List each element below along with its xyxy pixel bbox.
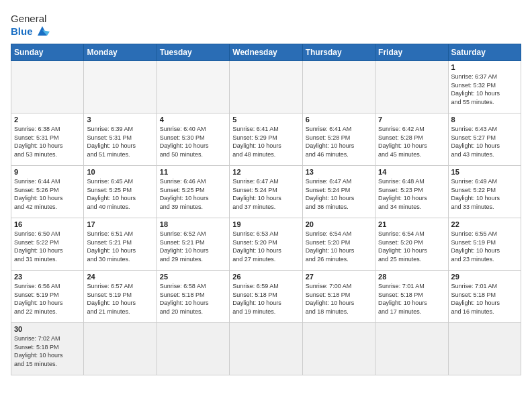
day-number: 16	[14, 220, 81, 228]
day-number: 19	[232, 220, 299, 228]
week-row-3: 16Sunrise: 6:50 AM Sunset: 5:22 PM Dayli…	[11, 218, 521, 271]
cell-info: Sunrise: 6:57 AM Sunset: 5:19 PM Dayligh…	[87, 282, 153, 316]
calendar-cell: 17Sunrise: 6:51 AM Sunset: 5:21 PM Dayli…	[84, 218, 157, 271]
header: General Blue	[11, 11, 521, 38]
calendar-cell	[84, 61, 157, 113]
day-number: 28	[378, 273, 445, 281]
day-number: 9	[14, 168, 81, 176]
cell-info: Sunrise: 6:38 AM Sunset: 5:31 PM Dayligh…	[14, 125, 81, 158]
calendar-cell: 26Sunrise: 6:59 AM Sunset: 5:18 PM Dayli…	[230, 271, 302, 323]
calendar-cell: 29Sunrise: 7:01 AM Sunset: 5:18 PM Dayli…	[448, 271, 521, 323]
cell-info: Sunrise: 6:43 AM Sunset: 5:27 PM Dayligh…	[451, 125, 518, 158]
calendar-cell: 8Sunrise: 6:43 AM Sunset: 5:27 PM Daylig…	[448, 113, 521, 166]
calendar-cell	[302, 61, 375, 113]
header-cell-wednesday: Wednesday	[230, 44, 302, 61]
day-number: 20	[306, 220, 372, 228]
day-number: 29	[451, 273, 518, 281]
cell-info: Sunrise: 6:46 AM Sunset: 5:25 PM Dayligh…	[160, 177, 226, 211]
calendar-cell: 21Sunrise: 6:54 AM Sunset: 5:20 PM Dayli…	[375, 218, 448, 271]
calendar-cell	[230, 61, 302, 113]
day-number: 10	[87, 168, 153, 176]
cell-info: Sunrise: 6:37 AM Sunset: 5:32 PM Dayligh…	[451, 73, 518, 106]
calendar-cell: 10Sunrise: 6:45 AM Sunset: 5:25 PM Dayli…	[84, 166, 157, 218]
day-number: 14	[378, 168, 445, 176]
cell-info: Sunrise: 6:39 AM Sunset: 5:31 PM Dayligh…	[87, 125, 153, 158]
calendar-cell: 4Sunrise: 6:40 AM Sunset: 5:30 PM Daylig…	[157, 113, 229, 166]
cell-info: Sunrise: 6:41 AM Sunset: 5:29 PM Dayligh…	[232, 125, 299, 158]
day-number: 22	[451, 220, 518, 228]
day-number: 1	[451, 63, 518, 71]
cell-info: Sunrise: 6:42 AM Sunset: 5:28 PM Dayligh…	[378, 125, 445, 158]
day-number: 13	[306, 168, 372, 176]
header-cell-monday: Monday	[84, 44, 157, 61]
calendar-cell: 7Sunrise: 6:42 AM Sunset: 5:28 PM Daylig…	[375, 113, 448, 166]
calendar-cell: 27Sunrise: 7:00 AM Sunset: 5:18 PM Dayli…	[302, 271, 375, 323]
cell-info: Sunrise: 7:01 AM Sunset: 5:18 PM Dayligh…	[378, 282, 445, 316]
calendar-cell	[84, 323, 157, 375]
calendar-cell: 24Sunrise: 6:57 AM Sunset: 5:19 PM Dayli…	[84, 271, 157, 323]
calendar-cell	[157, 61, 229, 113]
calendar-cell	[375, 61, 448, 113]
logo-icon	[35, 24, 50, 38]
calendar-cell: 1Sunrise: 6:37 AM Sunset: 5:32 PM Daylig…	[448, 61, 521, 113]
week-row-2: 9Sunrise: 6:44 AM Sunset: 5:26 PM Daylig…	[11, 166, 521, 218]
calendar-cell	[11, 61, 84, 113]
header-cell-tuesday: Tuesday	[157, 44, 229, 61]
day-number: 26	[232, 273, 299, 281]
day-number: 12	[232, 168, 299, 176]
page-container: General Blue SundayMondayTuesdayWednesda…	[11, 11, 521, 375]
calendar-cell: 22Sunrise: 6:55 AM Sunset: 5:19 PM Dayli…	[448, 218, 521, 271]
day-number: 2	[14, 116, 81, 124]
calendar-cell: 18Sunrise: 6:52 AM Sunset: 5:21 PM Dayli…	[157, 218, 229, 271]
cell-info: Sunrise: 6:59 AM Sunset: 5:18 PM Dayligh…	[232, 282, 299, 316]
cell-info: Sunrise: 6:47 AM Sunset: 5:24 PM Dayligh…	[232, 177, 299, 211]
week-row-4: 23Sunrise: 6:56 AM Sunset: 5:19 PM Dayli…	[11, 271, 521, 323]
calendar-cell	[375, 323, 448, 375]
calendar-cell	[302, 323, 375, 375]
day-number: 21	[378, 220, 445, 228]
cell-info: Sunrise: 7:00 AM Sunset: 5:18 PM Dayligh…	[306, 282, 372, 316]
day-number: 23	[14, 273, 81, 281]
cell-info: Sunrise: 6:41 AM Sunset: 5:28 PM Dayligh…	[306, 125, 372, 158]
logo: General Blue	[11, 13, 50, 38]
calendar-cell: 19Sunrise: 6:53 AM Sunset: 5:20 PM Dayli…	[230, 218, 302, 271]
logo-general: General	[11, 13, 46, 24]
calendar-cell: 3Sunrise: 6:39 AM Sunset: 5:31 PM Daylig…	[84, 113, 157, 166]
calendar-cell: 20Sunrise: 6:54 AM Sunset: 5:20 PM Dayli…	[302, 218, 375, 271]
day-number: 11	[160, 168, 226, 176]
calendar-cell	[230, 323, 302, 375]
calendar-cell: 15Sunrise: 6:49 AM Sunset: 5:22 PM Dayli…	[448, 166, 521, 218]
cell-info: Sunrise: 6:44 AM Sunset: 5:26 PM Dayligh…	[14, 177, 81, 211]
cell-info: Sunrise: 7:02 AM Sunset: 5:18 PM Dayligh…	[14, 334, 81, 368]
calendar-cell: 2Sunrise: 6:38 AM Sunset: 5:31 PM Daylig…	[11, 113, 84, 166]
header-cell-friday: Friday	[375, 44, 448, 61]
day-number: 27	[306, 273, 372, 281]
calendar-cell	[157, 323, 229, 375]
calendar-cell: 28Sunrise: 7:01 AM Sunset: 5:18 PM Dayli…	[375, 271, 448, 323]
day-number: 7	[378, 116, 445, 124]
day-number: 8	[451, 116, 518, 124]
header-cell-saturday: Saturday	[448, 44, 521, 61]
day-number: 30	[14, 325, 81, 333]
cell-info: Sunrise: 6:49 AM Sunset: 5:22 PM Dayligh…	[451, 177, 518, 211]
week-row-0: 1Sunrise: 6:37 AM Sunset: 5:32 PM Daylig…	[11, 61, 521, 113]
header-cell-thursday: Thursday	[302, 44, 375, 61]
cell-info: Sunrise: 6:48 AM Sunset: 5:23 PM Dayligh…	[378, 177, 445, 211]
calendar-cell: 30Sunrise: 7:02 AM Sunset: 5:18 PM Dayli…	[11, 323, 84, 375]
week-row-5: 30Sunrise: 7:02 AM Sunset: 5:18 PM Dayli…	[11, 323, 521, 375]
day-number: 24	[87, 273, 153, 281]
day-number: 18	[160, 220, 226, 228]
day-number: 6	[306, 116, 372, 124]
calendar-table: SundayMondayTuesdayWednesdayThursdayFrid…	[11, 44, 521, 375]
week-row-1: 2Sunrise: 6:38 AM Sunset: 5:31 PM Daylig…	[11, 113, 521, 166]
header-row: SundayMondayTuesdayWednesdayThursdayFrid…	[11, 44, 521, 61]
cell-info: Sunrise: 6:58 AM Sunset: 5:18 PM Dayligh…	[160, 282, 226, 316]
calendar-cell: 5Sunrise: 6:41 AM Sunset: 5:29 PM Daylig…	[230, 113, 302, 166]
calendar-cell: 25Sunrise: 6:58 AM Sunset: 5:18 PM Dayli…	[157, 271, 229, 323]
day-number: 4	[160, 116, 226, 124]
cell-info: Sunrise: 6:50 AM Sunset: 5:22 PM Dayligh…	[14, 230, 81, 263]
day-number: 15	[451, 168, 518, 176]
cell-info: Sunrise: 6:47 AM Sunset: 5:24 PM Dayligh…	[306, 177, 372, 211]
day-number: 3	[87, 116, 153, 124]
calendar-cell: 9Sunrise: 6:44 AM Sunset: 5:26 PM Daylig…	[11, 166, 84, 218]
